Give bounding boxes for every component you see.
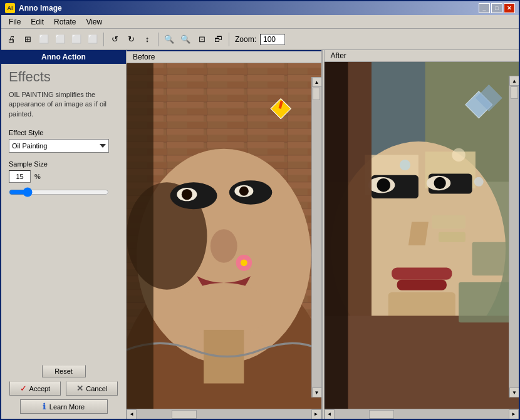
effects-description: OIL PAINTING simplifies the appearance o… — [9, 90, 118, 119]
info-icon: ℹ — [43, 402, 46, 411]
before-scroll-track — [312, 87, 321, 387]
menu-rotate[interactable]: Rotate — [49, 16, 81, 28]
before-tab: Before — [127, 50, 321, 63]
after-vscrollbar: ▲ ▼ — [509, 76, 519, 397]
separator-2 — [158, 33, 159, 46]
toolbar-print[interactable]: 🖨 — [4, 32, 19, 47]
svg-rect-21 — [127, 63, 153, 409]
toolbar-zoom-in[interactable]: 🔍 — [162, 32, 177, 47]
zoom-label: Zoom: — [232, 35, 259, 44]
accept-button[interactable]: ✓ Accept — [9, 381, 61, 396]
reset-row: Reset — [9, 365, 118, 377]
sample-size-slider[interactable] — [9, 187, 109, 198]
main-window: AI Anno Image _ □ ✕ File Edit Rotate Vie… — [0, 0, 520, 420]
title-bar: AI Anno Image _ □ ✕ — [1, 1, 519, 15]
menu-bar: File Edit Rotate View — [1, 15, 519, 29]
sample-size-label: Sample Size — [9, 160, 118, 168]
zoom-value: 100 — [260, 34, 285, 45]
after-scroll-right[interactable]: ► — [509, 409, 519, 419]
before-htrack — [137, 409, 311, 419]
sample-size-unit: % — [34, 173, 41, 180]
before-image — [127, 63, 321, 409]
learn-more-label: Learn More — [49, 403, 85, 411]
separator-3 — [229, 33, 229, 46]
image-panels: Before — [127, 50, 519, 419]
svg-point-43 — [399, 160, 410, 170]
learn-more-row: ℹ Learn More — [9, 399, 118, 414]
toolbar-btn5[interactable]: ⬜ — [69, 32, 84, 47]
before-hscrollbar: ◄ ► — [127, 409, 321, 419]
before-panel: Before — [127, 50, 322, 419]
toolbar-rotate-right[interactable]: ↻ — [123, 32, 138, 47]
effect-style-select[interactable]: Oil Painting — [9, 139, 109, 153]
before-hthumb[interactable] — [172, 410, 197, 419]
x-icon: ✕ — [76, 384, 83, 393]
menu-edit[interactable]: Edit — [26, 16, 49, 28]
before-scroll-left[interactable]: ◄ — [127, 409, 137, 419]
svg-marker-35 — [408, 222, 428, 245]
slider-container — [9, 187, 109, 200]
toolbar-zoom-out[interactable]: 🔍 — [178, 32, 193, 47]
close-button[interactable]: ✕ — [504, 3, 515, 13]
menu-view[interactable]: View — [81, 16, 107, 28]
svg-point-45 — [474, 177, 483, 187]
sample-size-row: % — [9, 170, 118, 183]
before-scroll-thumb[interactable] — [313, 88, 320, 100]
toolbar-rotate-left[interactable]: ↺ — [107, 32, 122, 47]
panel-header: Anno Action — [1, 50, 126, 64]
toolbar-btn6[interactable]: ⬜ — [85, 32, 100, 47]
toolbar-zoom-fit[interactable]: ⊡ — [194, 32, 209, 47]
accept-label: Accept — [29, 385, 51, 392]
before-scroll-down[interactable]: ▼ — [312, 387, 321, 397]
window-title: Anno Image — [19, 4, 479, 13]
svg-rect-47 — [439, 232, 465, 242]
svg-point-33 — [377, 178, 390, 192]
after-scroll-track — [509, 86, 519, 387]
toolbar: 🖨 ⊞ ⬜ ⬜ ⬜ ⬜ ↺ ↻ ↕ 🔍 🔍 ⊡ 🗗 Zoom: 100 — [1, 29, 519, 50]
menu-file[interactable]: File — [4, 16, 26, 28]
svg-point-13 — [239, 187, 249, 196]
app-icon: AI — [5, 3, 15, 13]
svg-point-12 — [182, 189, 192, 200]
effect-style-label: Effect Style — [9, 129, 118, 136]
svg-rect-37 — [397, 280, 446, 290]
minimize-button[interactable]: _ — [479, 3, 490, 13]
after-htrack — [335, 409, 509, 419]
after-panel: After — [325, 50, 519, 419]
panel-body: Effects OIL PAINTING simplifies the appe… — [1, 64, 126, 360]
after-hthumb[interactable] — [369, 410, 394, 419]
svg-point-15 — [177, 283, 271, 337]
reset-label: Reset — [55, 367, 73, 375]
after-image — [325, 62, 519, 409]
svg-rect-36 — [392, 267, 452, 279]
check-icon: ✓ — [20, 384, 27, 393]
maximize-button[interactable]: □ — [491, 3, 502, 13]
after-scroll-up[interactable]: ▲ — [509, 76, 519, 86]
panel-buttons: Reset ✓ Accept ✕ Cancel ℹ — [1, 360, 126, 419]
learn-more-button[interactable]: ℹ Learn More — [20, 399, 108, 414]
separator-1 — [103, 33, 104, 46]
svg-rect-46 — [432, 215, 465, 228]
after-tab: After — [325, 50, 519, 62]
effects-title: Effects — [9, 69, 118, 85]
svg-point-20 — [241, 259, 247, 266]
before-scroll-up[interactable]: ▲ — [312, 77, 321, 87]
toolbar-grid[interactable]: ⊞ — [20, 32, 35, 47]
toolbar-btn4[interactable]: ⬜ — [53, 32, 68, 47]
toolbar-copy[interactable]: ⬜ — [36, 32, 51, 47]
svg-point-14 — [211, 229, 237, 263]
cancel-label: Cancel — [86, 385, 107, 392]
svg-point-34 — [434, 177, 445, 189]
after-scroll-left[interactable]: ◄ — [325, 409, 335, 419]
sample-size-input[interactable] — [9, 170, 31, 183]
after-hscrollbar: ◄ ► — [325, 409, 519, 419]
toolbar-flip[interactable]: ↕ — [140, 32, 155, 47]
after-scroll-down[interactable]: ▼ — [509, 387, 519, 397]
main-content: Anno Action Effects OIL PAINTING simplif… — [1, 50, 519, 419]
before-scroll-right[interactable]: ► — [311, 409, 321, 419]
toolbar-zoom-reset[interactable]: 🗗 — [211, 32, 226, 47]
reset-button[interactable]: Reset — [42, 365, 86, 377]
after-scroll-thumb[interactable] — [511, 86, 518, 99]
before-vscrollbar: ▲ ▼ — [311, 77, 321, 397]
cancel-button[interactable]: ✕ Cancel — [66, 381, 118, 396]
